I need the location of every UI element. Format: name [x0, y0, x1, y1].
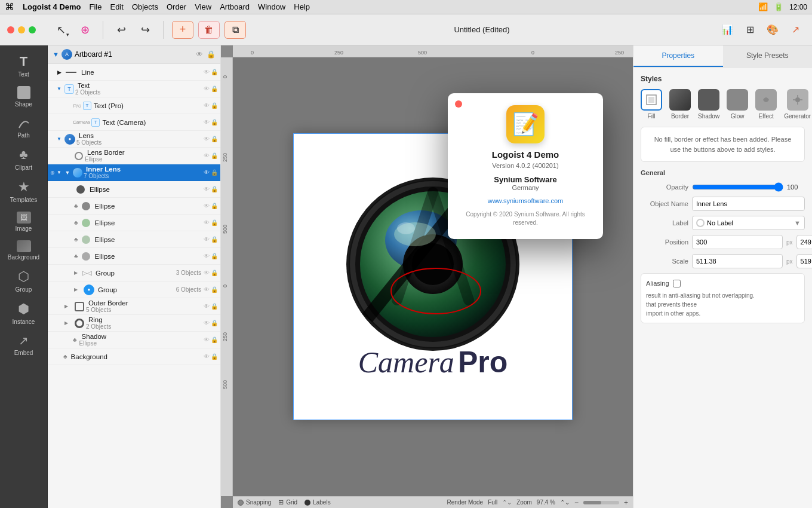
menu-edit[interactable]: Edit [110, 2, 123, 11]
zoom-value[interactable]: 97.4 % [537, 499, 555, 506]
effect-button[interactable]: Effect [755, 89, 777, 120]
delete-button[interactable]: 🗑 [198, 21, 220, 39]
redo-button[interactable]: ↪ [136, 21, 155, 39]
about-website-link[interactable]: www.syniumsoftware.com [460, 197, 591, 204]
layer-item-ellipse-5[interactable]: ♣ Ellipse 👁 🔒 [48, 248, 220, 265]
fill-button[interactable]: Fill [641, 89, 662, 120]
generator-button[interactable]: Generator [784, 89, 811, 120]
layer-vis-camera[interactable]: 👁 [204, 119, 210, 126]
clipart-tool[interactable]: ♣ Clipart [3, 143, 45, 175]
menu-help[interactable]: Help [294, 2, 310, 11]
close-button[interactable] [7, 26, 14, 33]
fullscreen-button[interactable] [29, 26, 36, 33]
scale-y-input[interactable] [796, 254, 812, 268]
layer-toggle-line[interactable]: ▶ [55, 68, 63, 76]
layer-lock-ring[interactable]: 🔒 [211, 320, 218, 326]
layer-lock-g3[interactable]: 🔒 [211, 270, 218, 276]
layer-vis-g6[interactable]: 👁 [204, 286, 210, 293]
layer-lock-camera[interactable]: 🔒 [211, 119, 218, 126]
shape-tool[interactable]: Shape [3, 82, 45, 111]
layer-vis-e5[interactable]: 👁 [204, 253, 210, 259]
layer-item-lens[interactable]: ▼ ● Lens 5 Objects 👁 🔒 [48, 131, 220, 148]
layer-vis-ilens[interactable]: 👁 [204, 169, 210, 176]
layer-lock-e2[interactable]: 🔒 [211, 203, 218, 209]
glow-button[interactable]: Glow [727, 89, 748, 120]
move-tool-button[interactable]: ↖ ▾ [51, 21, 70, 39]
layer-vis-e3[interactable]: 👁 [204, 219, 210, 226]
layer-item-group-6[interactable]: ▶ ● Group 6 Objects 👁 🔒 [48, 281, 220, 298]
layer-lock-lens[interactable]: 🔒 [211, 136, 218, 142]
apple-icon[interactable]: ⌘ [5, 1, 14, 13]
position-y-input[interactable] [796, 235, 812, 249]
layer-vis-bg[interactable]: 👁 [204, 353, 210, 360]
layer-item-group-3[interactable]: ▶ ▷◁ Group 3 Objects 👁 🔒 [48, 265, 220, 281]
menu-view[interactable]: View [195, 2, 211, 11]
embed-tool[interactable]: ↗ Embed [3, 330, 45, 360]
layer-lock-shad[interactable]: 🔒 [211, 336, 218, 343]
layer-lock-e1[interactable]: 🔒 [211, 186, 218, 192]
zoom-slider[interactable] [583, 501, 619, 504]
layer-item-shadow[interactable]: ♣ Shadow Ellipse 👁 🔒 [48, 332, 220, 348]
path-tool[interactable]: Path [3, 112, 45, 142]
layer-lock-g6[interactable]: 🔒 [211, 286, 218, 293]
layout-button[interactable]: ⊞ [740, 21, 759, 39]
layer-item-text-camera[interactable]: Camera T Text (Camera) 👁 🔒 [48, 114, 220, 131]
layer-lock-lborder[interactable]: 🔒 [211, 152, 218, 159]
layer-lock-e4[interactable]: 🔒 [211, 236, 218, 243]
instance-tool[interactable]: ⬢ Instance [3, 298, 45, 329]
zoom-arrows[interactable]: ⌃⌄ [560, 499, 570, 506]
layer-lock-toggle[interactable]: 🔒 [207, 50, 216, 59]
background-tool[interactable]: Background [3, 237, 45, 264]
border-button[interactable]: Border [669, 89, 691, 120]
scale-x-input[interactable] [692, 254, 783, 268]
render-mode-arrow[interactable]: ⌃⌄ [502, 499, 512, 506]
labels-control[interactable]: Labels [304, 499, 330, 506]
layer-vis-e2[interactable]: 👁 [204, 203, 210, 209]
layer-vis-e4[interactable]: 👁 [204, 236, 210, 243]
layer-lock-e3[interactable]: 🔒 [211, 219, 218, 226]
menu-objects[interactable]: Objects [132, 2, 158, 11]
layer-vis-shad[interactable]: 👁 [204, 336, 210, 343]
tab-properties[interactable]: Properties [633, 45, 723, 67]
color-wheel-button[interactable]: 🎨 [763, 21, 782, 39]
share-button[interactable]: ↗ [786, 21, 805, 39]
layer-lock-text[interactable]: 🔒 [211, 85, 218, 92]
layer-vis-ring[interactable]: 👁 [204, 320, 210, 326]
shadow-button[interactable]: Shadow [698, 89, 719, 120]
canvas-area[interactable]: 0 250 500 0 250 500 0 250 500 0 250 500 [221, 45, 633, 508]
layer-item-ellipse-4[interactable]: ♣ Ellipse 👁 🔒 [48, 231, 220, 248]
layer-item-outer-border[interactable]: ▶ Outer Border 5 Objects 👁 🔒 [48, 298, 220, 315]
tab-style-presets[interactable]: Style Presets [723, 45, 813, 67]
layer-item-inner-lens[interactable]: ⊕ ▼ ▼ Inner Lens 7 Objects 👁 🔒 [48, 164, 220, 181]
layer-lock-e5[interactable]: 🔒 [211, 253, 218, 259]
layer-item-ellipse-1[interactable]: Ellipse 👁 🔒 [48, 181, 220, 198]
layer-vis-lborder[interactable]: 👁 [204, 152, 210, 159]
zoom-minus-button[interactable]: − [574, 498, 579, 507]
minimize-button[interactable] [18, 26, 25, 33]
layer-vis-text[interactable]: 👁 [204, 85, 210, 92]
snapping-control[interactable]: Snapping [238, 499, 271, 506]
dialog-close-button[interactable] [455, 100, 462, 108]
menu-window[interactable]: Window [258, 2, 285, 11]
layer-item-ellipse-3[interactable]: ♣ Ellipse 👁 🔒 [48, 215, 220, 231]
grid-control[interactable]: ⊞ Grid [278, 498, 297, 506]
layer-vis-g3[interactable]: 👁 [204, 270, 210, 276]
layer-item-text-group[interactable]: ▼ T Text 2 Objects 👁 🔒 [48, 81, 220, 97]
layer-item-ellipse-2[interactable]: ♣ Ellipse 👁 🔒 [48, 198, 220, 215]
align-tool-button[interactable]: ⊕ [75, 21, 94, 39]
layer-vis-pro[interactable]: 👁 [204, 102, 210, 109]
zoom-plus-button[interactable]: + [624, 498, 628, 507]
aliasing-checkbox[interactable] [673, 280, 681, 287]
position-x-input[interactable] [692, 235, 783, 249]
layer-vis-e1[interactable]: 👁 [204, 186, 210, 192]
menu-artboard[interactable]: Artboard [220, 2, 250, 11]
label-dropdown[interactable]: No Label ▼ [692, 216, 805, 230]
layer-item-text-pro[interactable]: Pro T Text (Pro) 👁 🔒 [48, 97, 220, 114]
render-mode-value[interactable]: Full [488, 499, 497, 506]
text-tool[interactable]: T Text [3, 50, 45, 81]
menu-order[interactable]: Order [167, 2, 186, 11]
object-name-input[interactable] [692, 197, 805, 211]
templates-tool[interactable]: ★ Templates [3, 176, 45, 207]
layer-vis-line[interactable]: 👁 [204, 69, 210, 75]
layer-lock-pro[interactable]: 🔒 [211, 102, 218, 109]
